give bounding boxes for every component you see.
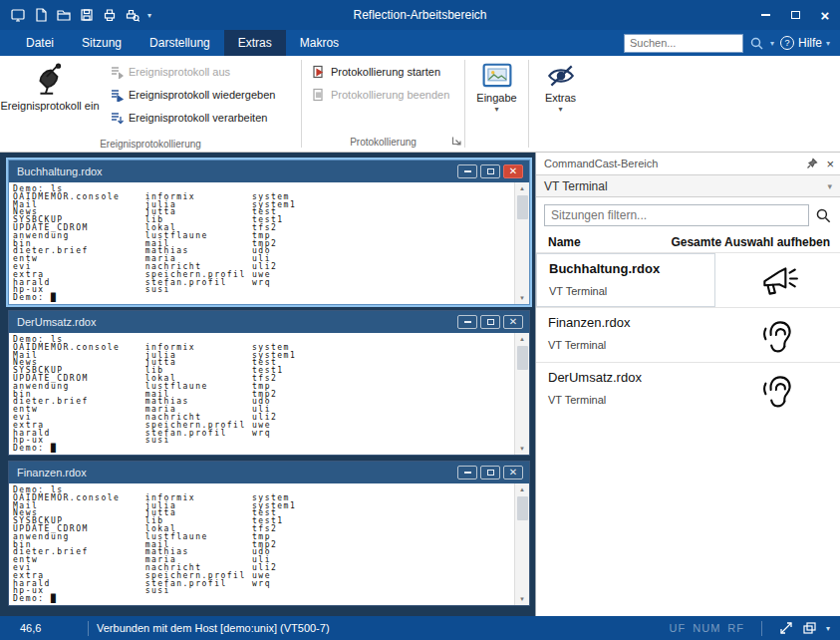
pin-icon[interactable] — [806, 158, 818, 169]
tab-extras[interactable]: Extras — [224, 30, 286, 56]
app-icon[interactable] — [10, 7, 26, 23]
terminal-window-buchhaltung[interactable]: Buchhaltung.rdox ✕ Demo: ls OAIDMEMOR.co… — [8, 160, 530, 305]
qat-dropdown-icon[interactable]: ▾ — [147, 11, 151, 20]
logging-start-label: Protokollierung starten — [331, 66, 440, 78]
tab-sitzung[interactable]: Sitzung — [68, 30, 136, 56]
child-maximize-button[interactable] — [480, 315, 500, 329]
group-logging: Protokollierung starten Protokollierung … — [302, 56, 464, 152]
event-log-off-label: Ereignisprotokoll aus — [129, 66, 230, 78]
logging-start-icon — [312, 65, 326, 79]
event-log-on-button[interactable]: Ereignisprotokoll ein — [0, 60, 100, 138]
terminal-type-dropdown[interactable]: VT Terminal ▾ — [536, 174, 840, 197]
scroll-down-icon[interactable]: ▼ — [519, 292, 525, 304]
logging-stop-icon — [312, 88, 326, 102]
clear-selection-header[interactable]: Gesamte Auswahl aufheben — [671, 235, 830, 249]
search-input[interactable] — [625, 37, 742, 49]
search-icon[interactable] — [749, 36, 764, 51]
terminal-window-derumsatz[interactable]: DerUmsatz.rdox ✕ Demo: ls OAIDMEMOR.cons… — [8, 310, 530, 456]
input-button[interactable]: Eingabe ▾ — [467, 60, 527, 138]
tab-darstellung[interactable]: Darstellung — [136, 30, 224, 56]
scrollbar-thumb[interactable] — [517, 496, 528, 520]
indicator-uf: UF — [670, 622, 687, 634]
event-log-playback-button[interactable]: Ereignisprotokoll wiedergeben — [106, 86, 279, 104]
child-minimize-button[interactable] — [457, 315, 477, 329]
session-row-buchhaltung[interactable]: Buchhaltung.rdox VT Terminal — [536, 252, 840, 307]
session-list-header: Name Gesamte Auswahl aufheben — [536, 232, 840, 252]
quick-access-toolbar: ▾ — [10, 7, 151, 23]
terminal-text: Demo: ls OAIDMEMOR.console informix syst… — [9, 483, 529, 605]
panel-close-icon[interactable]: × — [826, 158, 834, 170]
child-close-button[interactable]: ✕ — [503, 466, 523, 480]
session-row-finanzen[interactable]: Finanzen.rdox VT Terminal — [536, 307, 840, 362]
scrollbar-thumb[interactable] — [517, 195, 528, 219]
child-maximize-button[interactable] — [480, 164, 500, 178]
statusbar-dropdown-icon[interactable]: ▾ — [826, 624, 830, 633]
terminal-scrollbar[interactable]: ▲ ▼ — [514, 333, 529, 455]
statusbar-separator — [761, 621, 762, 636]
cascade-windows-icon[interactable] — [802, 621, 817, 635]
input-screen-icon — [482, 63, 512, 89]
print-icon[interactable] — [102, 7, 118, 23]
terminal-scrollbar[interactable]: ▲ ▼ — [514, 483, 529, 605]
titlebar: ▾ Reflection-Arbeitsbereich × — [0, 0, 840, 30]
event-log-on-label: Ereignisprotokoll ein — [0, 100, 99, 112]
print-preview-icon[interactable] — [125, 7, 140, 23]
session-filter-input[interactable] — [544, 204, 809, 226]
event-log-off-button[interactable]: Ereignisprotokoll aus — [106, 63, 279, 81]
scroll-up-icon[interactable]: ▲ — [519, 333, 525, 345]
child-minimize-button[interactable] — [457, 466, 477, 480]
terminal-scrollbar[interactable]: ▲ ▼ — [514, 182, 529, 304]
terminal-text: Demo: ls OAIDMEMOR.console informix syst… — [9, 182, 529, 304]
indicator-num: NUM — [693, 622, 720, 634]
child-close-button[interactable]: ✕ — [503, 164, 523, 178]
child-minimize-button[interactable] — [457, 164, 477, 178]
ribbon-tabs: Datei Sitzung Darstellung Extras Makros — [12, 30, 353, 56]
indicator-rf: RF — [727, 622, 744, 634]
child-close-button[interactable]: ✕ — [503, 315, 523, 329]
scrollbar-thumb[interactable] — [517, 346, 528, 370]
scroll-up-icon[interactable]: ▲ — [519, 182, 525, 194]
fullscreen-icon[interactable] — [779, 621, 793, 635]
tab-datei[interactable]: Datei — [12, 30, 68, 56]
extras-dropdown-icon: ▾ — [558, 105, 562, 114]
input-button-label: Eingabe — [476, 92, 516, 104]
open-folder-icon[interactable] — [56, 7, 72, 23]
terminal-screen[interactable]: Demo: ls OAIDMEMOR.console informix syst… — [9, 333, 529, 455]
terminal-screen[interactable]: Demo: ls OAIDMEMOR.console informix syst… — [9, 483, 529, 605]
extras-button[interactable]: Extras ▾ — [531, 60, 591, 138]
event-log-process-button[interactable]: Ereignisprotokoll verarbeiten — [106, 109, 279, 127]
ear-icon[interactable] — [757, 314, 799, 356]
child-maximize-button[interactable] — [480, 466, 500, 480]
terminal-type-value: VT Terminal — [544, 179, 608, 193]
scroll-up-icon[interactable]: ▲ — [519, 483, 525, 495]
dialog-launcher-icon[interactable] — [451, 132, 461, 150]
scroll-down-icon[interactable]: ▼ — [519, 593, 525, 605]
child-titlebar[interactable]: Buchhaltung.rdox ✕ — [9, 160, 529, 182]
column-name: Name — [548, 235, 581, 249]
maximize-button[interactable] — [780, 0, 810, 30]
eye-slash-icon — [546, 63, 576, 89]
session-row-derumsatz[interactable]: DerUmsatz.rdox VT Terminal — [536, 362, 840, 417]
filter-search-icon[interactable] — [815, 207, 832, 224]
new-document-icon[interactable] — [33, 7, 49, 23]
logging-stop-button[interactable]: Protokollierung beenden — [308, 86, 453, 104]
megaphone-icon[interactable] — [757, 259, 799, 301]
save-icon[interactable] — [79, 7, 95, 23]
minimize-button[interactable] — [750, 0, 780, 30]
extras-button-label: Extras — [545, 92, 576, 104]
session-type: VT Terminal — [548, 339, 705, 351]
scroll-down-icon[interactable]: ▼ — [519, 443, 525, 455]
terminal-screen[interactable]: Demo: ls OAIDMEMOR.console informix syst… — [9, 182, 529, 304]
child-window-title: DerUmsatz.rdox — [9, 316, 96, 328]
ear-icon[interactable] — [757, 369, 799, 411]
help-menu[interactable]: ? Hilfe ▾ — [780, 36, 830, 50]
child-titlebar[interactable]: Finanzen.rdox ✕ — [9, 462, 529, 483]
logging-start-button[interactable]: Protokollierung starten — [308, 63, 453, 81]
keyboard-indicators: UF NUM RF — [670, 622, 744, 634]
search-scope-dropdown-icon[interactable]: ▾ — [770, 39, 774, 48]
terminal-window-finanzen[interactable]: Finanzen.rdox ✕ Demo: ls OAIDMEMOR.conso… — [8, 461, 530, 606]
child-titlebar[interactable]: DerUmsatz.rdox ✕ — [9, 311, 529, 333]
tab-makros[interactable]: Makros — [286, 30, 353, 56]
close-button[interactable]: × — [810, 0, 840, 30]
event-log-process-label: Ereignisprotokoll verarbeiten — [129, 112, 267, 124]
